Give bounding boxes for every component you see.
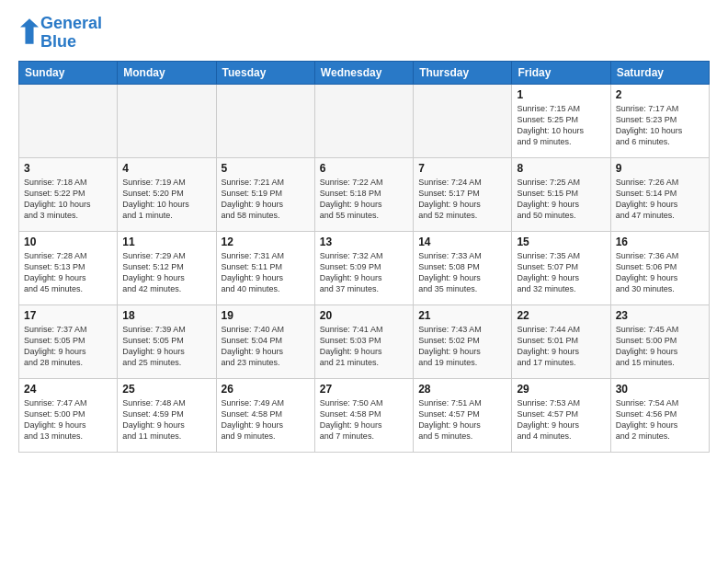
calendar-cell: 9Sunrise: 7:26 AM Sunset: 5:14 PM Daylig… [610, 157, 709, 231]
day-number: 2 [616, 88, 704, 101]
weekday-header-saturday: Saturday [610, 61, 709, 84]
day-info: Sunrise: 7:32 AM Sunset: 5:09 PM Dayligh… [320, 250, 408, 295]
day-number: 1 [517, 88, 605, 101]
calendar-cell: 27Sunrise: 7:50 AM Sunset: 4:58 PM Dayli… [314, 378, 413, 452]
logo-line2: Blue [40, 33, 102, 52]
calendar-cell [216, 84, 314, 157]
day-number: 26 [222, 383, 310, 396]
week-row-4: 17Sunrise: 7:37 AM Sunset: 5:05 PM Dayli… [19, 304, 710, 378]
day-info: Sunrise: 7:21 AM Sunset: 5:19 PM Dayligh… [222, 177, 310, 222]
day-number: 28 [418, 383, 506, 396]
calendar-cell: 24Sunrise: 7:47 AM Sunset: 5:00 PM Dayli… [19, 378, 118, 452]
calendar-cell: 22Sunrise: 7:44 AM Sunset: 5:01 PM Dayli… [512, 304, 610, 378]
calendar-cell: 2Sunrise: 7:17 AM Sunset: 5:23 PM Daylig… [610, 84, 709, 157]
calendar: SundayMondayTuesdayWednesdayThursdayFrid… [18, 61, 710, 453]
day-info: Sunrise: 7:24 AM Sunset: 5:17 PM Dayligh… [418, 177, 506, 222]
day-number: 16 [616, 236, 704, 248]
day-number: 29 [517, 383, 605, 396]
weekday-header-sunday: Sunday [19, 61, 118, 84]
day-info: Sunrise: 7:51 AM Sunset: 4:57 PM Dayligh… [418, 397, 506, 442]
day-info: Sunrise: 7:26 AM Sunset: 5:14 PM Dayligh… [616, 177, 704, 222]
day-number: 18 [122, 309, 210, 322]
day-info: Sunrise: 7:19 AM Sunset: 5:20 PM Dayligh… [122, 177, 210, 222]
day-info: Sunrise: 7:22 AM Sunset: 5:18 PM Dayligh… [320, 177, 408, 222]
weekday-header-row: SundayMondayTuesdayWednesdayThursdayFrid… [19, 61, 710, 84]
calendar-cell: 20Sunrise: 7:41 AM Sunset: 5:03 PM Dayli… [314, 304, 413, 378]
calendar-cell: 14Sunrise: 7:33 AM Sunset: 5:08 PM Dayli… [414, 231, 512, 304]
calendar-cell: 21Sunrise: 7:43 AM Sunset: 5:02 PM Dayli… [414, 304, 512, 378]
svg-marker-0 [20, 18, 39, 43]
day-info: Sunrise: 7:43 AM Sunset: 5:02 PM Dayligh… [418, 324, 506, 369]
calendar-cell: 3Sunrise: 7:18 AM Sunset: 5:22 PM Daylig… [19, 157, 118, 231]
day-number: 17 [24, 309, 112, 322]
day-number: 22 [517, 309, 605, 322]
calendar-cell: 15Sunrise: 7:35 AM Sunset: 5:07 PM Dayli… [512, 231, 610, 304]
day-info: Sunrise: 7:40 AM Sunset: 5:04 PM Dayligh… [222, 324, 310, 369]
calendar-cell: 1Sunrise: 7:15 AM Sunset: 5:25 PM Daylig… [512, 84, 610, 157]
day-info: Sunrise: 7:35 AM Sunset: 5:07 PM Dayligh… [517, 250, 605, 295]
day-number: 21 [418, 309, 506, 322]
calendar-cell: 6Sunrise: 7:22 AM Sunset: 5:18 PM Daylig… [314, 157, 413, 231]
day-info: Sunrise: 7:25 AM Sunset: 5:15 PM Dayligh… [517, 177, 605, 222]
day-number: 11 [122, 236, 210, 248]
day-info: Sunrise: 7:33 AM Sunset: 5:08 PM Dayligh… [418, 250, 506, 295]
day-number: 6 [320, 162, 408, 175]
day-info: Sunrise: 7:53 AM Sunset: 4:57 PM Dayligh… [517, 397, 605, 442]
day-info: Sunrise: 7:44 AM Sunset: 5:01 PM Dayligh… [517, 324, 605, 369]
week-row-3: 10Sunrise: 7:28 AM Sunset: 5:13 PM Dayli… [19, 231, 710, 304]
week-row-2: 3Sunrise: 7:18 AM Sunset: 5:22 PM Daylig… [19, 157, 710, 231]
day-info: Sunrise: 7:36 AM Sunset: 5:06 PM Dayligh… [616, 250, 704, 295]
weekday-header-tuesday: Tuesday [216, 61, 314, 84]
calendar-cell [414, 84, 512, 157]
logo: General Blue [18, 15, 102, 52]
day-info: Sunrise: 7:29 AM Sunset: 5:12 PM Dayligh… [122, 250, 210, 295]
day-number: 13 [320, 236, 408, 248]
day-info: Sunrise: 7:39 AM Sunset: 5:05 PM Dayligh… [122, 324, 210, 369]
calendar-cell: 7Sunrise: 7:24 AM Sunset: 5:17 PM Daylig… [414, 157, 512, 231]
calendar-cell: 16Sunrise: 7:36 AM Sunset: 5:06 PM Dayli… [610, 231, 709, 304]
day-number: 5 [222, 162, 310, 175]
day-number: 10 [24, 236, 112, 248]
day-number: 15 [517, 236, 605, 248]
day-number: 14 [418, 236, 506, 248]
calendar-cell: 25Sunrise: 7:48 AM Sunset: 4:59 PM Dayli… [118, 378, 216, 452]
day-info: Sunrise: 7:45 AM Sunset: 5:00 PM Dayligh… [616, 324, 704, 369]
day-number: 20 [320, 309, 408, 322]
day-info: Sunrise: 7:31 AM Sunset: 5:11 PM Dayligh… [222, 250, 310, 295]
day-number: 7 [418, 162, 506, 175]
day-info: Sunrise: 7:54 AM Sunset: 4:56 PM Dayligh… [616, 397, 704, 442]
day-info: Sunrise: 7:15 AM Sunset: 5:25 PM Dayligh… [517, 103, 605, 148]
day-info: Sunrise: 7:49 AM Sunset: 4:58 PM Dayligh… [222, 397, 310, 442]
calendar-cell [19, 84, 118, 157]
day-number: 3 [24, 162, 112, 175]
day-info: Sunrise: 7:18 AM Sunset: 5:22 PM Dayligh… [24, 177, 112, 222]
calendar-cell [314, 84, 413, 157]
calendar-cell: 4Sunrise: 7:19 AM Sunset: 5:20 PM Daylig… [118, 157, 216, 231]
calendar-cell: 13Sunrise: 7:32 AM Sunset: 5:09 PM Dayli… [314, 231, 413, 304]
calendar-cell: 19Sunrise: 7:40 AM Sunset: 5:04 PM Dayli… [216, 304, 314, 378]
header: General Blue [18, 15, 710, 52]
day-info: Sunrise: 7:17 AM Sunset: 5:23 PM Dayligh… [616, 103, 704, 148]
week-row-5: 24Sunrise: 7:47 AM Sunset: 5:00 PM Dayli… [19, 378, 710, 452]
day-number: 30 [616, 383, 704, 396]
day-info: Sunrise: 7:37 AM Sunset: 5:05 PM Dayligh… [24, 324, 112, 369]
day-info: Sunrise: 7:50 AM Sunset: 4:58 PM Dayligh… [320, 397, 408, 442]
day-number: 23 [616, 309, 704, 322]
weekday-header-friday: Friday [512, 61, 610, 84]
day-number: 24 [24, 383, 112, 396]
weekday-header-wednesday: Wednesday [314, 61, 413, 84]
day-info: Sunrise: 7:48 AM Sunset: 4:59 PM Dayligh… [122, 397, 210, 442]
page: General Blue SundayMondayTuesdayWednesda… [0, 0, 728, 462]
weekday-header-thursday: Thursday [414, 61, 512, 84]
day-info: Sunrise: 7:47 AM Sunset: 5:00 PM Dayligh… [24, 397, 112, 442]
calendar-cell: 17Sunrise: 7:37 AM Sunset: 5:05 PM Dayli… [19, 304, 118, 378]
day-number: 19 [222, 309, 310, 322]
weekday-header-monday: Monday [118, 61, 216, 84]
day-number: 27 [320, 383, 408, 396]
calendar-cell: 18Sunrise: 7:39 AM Sunset: 5:05 PM Dayli… [118, 304, 216, 378]
day-info: Sunrise: 7:41 AM Sunset: 5:03 PM Dayligh… [320, 324, 408, 369]
calendar-cell: 8Sunrise: 7:25 AM Sunset: 5:15 PM Daylig… [512, 157, 610, 231]
day-number: 8 [517, 162, 605, 175]
logo-line1: General [40, 15, 102, 33]
calendar-cell: 11Sunrise: 7:29 AM Sunset: 5:12 PM Dayli… [118, 231, 216, 304]
